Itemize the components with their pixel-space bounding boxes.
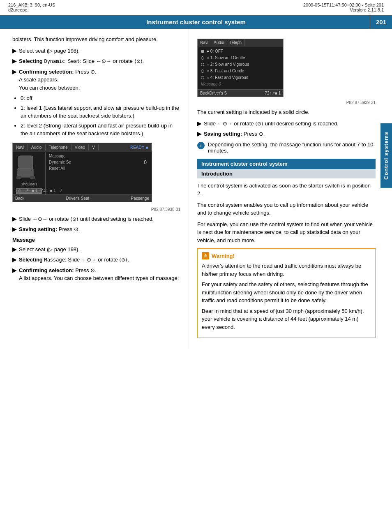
dot-item-1: 1: level 1 (Less lateral support and slo… [21,104,180,120]
option-1-label: ○ 1: Slow and Gentle [207,56,245,60]
temp-2: 72↑ [265,91,271,95]
option-4-label: ○ 4: Fast and Vigorous [207,75,248,80]
intro-para-3: For example, you can use the control sys… [197,220,376,245]
option-3-label: ○ 3: Fast and Gentle [207,69,244,73]
passenger-btn-1: Passenge [131,196,149,201]
bullet-selecting-dynamic-seat: ▶ Selecting Dynamic Seat: Slide ←⊙→ or r… [12,57,180,65]
warning-icon: ⚠ [202,252,209,259]
bullet-arrow-m3: ▶ [12,266,16,282]
saving-text-2: Saving setting: Press ⊙. [204,130,376,138]
bullet-arrow-save1: ▶ [12,225,16,234]
screen-bottom-bar-1: Back Driver's Seat Passenge [13,194,152,202]
intro-para-2: The control system enables you to call u… [197,201,376,217]
nav-v-1: V [89,144,99,150]
warning-para-3: Bear in mind that at a speed of just 30 … [202,307,371,331]
screenshot-dynamic-seat: Navi Audio Telephone Video V READY ■ Sho… [12,143,152,202]
dot-list-levels: 0: off 1: level 1 (Less lateral support … [21,94,180,138]
bullet-slide-2: ▶ Slide ←⊙→ or rotate ⟨⊙⟩ until desired … [197,120,376,128]
bullet-saving-2: ▶ Saving setting: Press ⊙. [197,130,376,138]
header-left-line1: 216_AKB; 3; 90, en-US [8,2,55,7]
screen1-caption: P82.87.3938-31 [12,207,180,212]
option-2-label: ○ 2: Slow and Vigorous [207,62,249,67]
svg-rect-0 [18,156,33,168]
ac-1: AC [41,188,47,193]
dot-item-2: 2: level 2 (Strong lateral support and f… [21,122,180,138]
bullet-arrow-3: ▶ [12,68,16,92]
dropdown-bottom-bar: Back Driver's S 72↑ ↗ ■ 1 [198,89,283,97]
screen-ready: READY ■ [127,144,152,150]
main-content: bolsters. This function improves driving… [0,29,392,349]
bullet-arrow-2: ▶ [12,57,16,65]
option-massage-0: Massage 0 [199,81,281,87]
section-heading-ics: Instrument cluster control system [197,159,376,169]
option-massage-0-label: Massage 0 [201,82,221,86]
mode2-1: ■ 1 [50,188,55,193]
bullet-arrow-slide1: ▶ [12,215,16,223]
select-seat-text: Select seat (▷ page 198). [19,47,180,55]
selecting-dynamic-seat-text: Selecting Dynamic Seat: Slide ←⊙→ or rot… [19,57,180,65]
bullet-select-seat-1: ▶ Select seat (▷ page 198). [12,47,180,55]
header-right-line2: Version: 2.11.8.1 [303,7,384,12]
info-text: Depending on the setting, the massage fu… [208,141,376,154]
current-setting-text: The current setting is indicated by a so… [197,108,376,116]
saving-text-1: Saving setting: Press ⊙. [19,225,180,234]
temp-1: 72↑ [15,188,22,193]
back-btn-1: Back [15,196,24,201]
bullet-confirming-selection-1: ▶ Confirming selection: Press ⊙. A scale… [12,68,180,92]
dot-item-0: 0: off [21,94,180,102]
nav-audio-1: Audio [28,144,46,150]
header-right-line1: 2009-05-15T11:47:50+02:00 - Seite 201 [303,2,384,7]
selecting-massage-text: Selecting Massage: Slide ←⊙→ or rotate ⟨… [19,256,180,264]
option-3: ○ 3: Fast and Gentle [199,68,281,74]
select-seat-massage-text: Select seat (▷ page 198). [19,245,180,254]
confirming-massage-text: Confirming selection: Press ⊙. A list ap… [19,266,180,282]
bullet-selecting-massage: ▶ Selecting Massage: Slide ←⊙→ or rotate… [12,256,180,264]
slide-text-2: Slide ←⊙→ or rotate ⟨⊙⟩ until desired se… [204,120,376,128]
confirming-selection-text-1: Confirming selection: Press ⊙. A scale a… [19,68,180,92]
option-off-label: ● 0: OFF [207,49,223,53]
dynamic-seat-label: Dynamic Se [49,160,148,164]
dropdown-nav: Navi Audio Teleph [198,39,283,46]
warning-title: ⚠ Warning! [202,252,371,259]
left-column: bolsters. This function improves driving… [0,29,189,349]
intro-text: bolsters. This function improves driving… [12,35,180,44]
massage-label: Massage [49,154,148,158]
drivers-seat-btn-1: Driver's Seat [66,196,89,201]
option-dot-off [201,50,204,53]
bullet-arrow-m1: ▶ [12,245,16,254]
option-dot-4 [201,76,204,79]
header-left-line2: d2ureepe, [8,7,55,12]
bullet-arrow-save2: ▶ [197,130,201,138]
seat-icon-1 [14,154,37,180]
nav-navi-1: Navi [13,144,28,150]
bullet-confirming-massage: ▶ Confirming selection: Press ⊙. A list … [12,266,180,282]
bottom-status-1: 72↑ ↗ ■ 1 AC ■ 1 ↗ [15,188,62,193]
bullet-saving-1: ▶ Saving setting: Press ⊙. [12,225,180,234]
nav-teleph-2: Teleph [227,39,244,46]
warning-para-1: A driver's attention to the road and tra… [202,262,371,278]
arrow-1: ↗ [59,188,62,193]
option-dot-1 [201,56,204,60]
bullet-arrow: ▶ [12,47,16,55]
bullet-arrow-slide2: ▶ [197,120,201,128]
slide-text-1: Slide ←⊙→ or rotate ⟨⊙⟩ until desired se… [19,215,180,223]
option-dot-3 [201,69,204,73]
warning-box: ⚠ Warning! A driver's attention to the r… [197,248,376,338]
nav-audio-2: Audio [211,39,227,46]
warning-para-2: For your safety and the safety of others… [202,280,371,305]
option-off: ● 0: OFF [199,48,281,54]
info-box: i Depending on the setting, the massage … [197,141,376,154]
icon-1: ↗ [25,188,28,193]
option-dot-2 [201,63,204,66]
bullet-select-seat-massage: ▶ Select seat (▷ page 198). [12,245,180,254]
svg-rect-1 [18,168,33,177]
info-icon: i [197,142,205,149]
doc-header: 216_AKB; 3; 90, en-US d2ureepe, 2009-05-… [0,0,392,15]
value-0: 0 [144,160,147,165]
option-4: ○ 4: Fast and Vigorous [199,74,281,81]
nav-video-1: Video [71,144,89,150]
icon-2: ↗ [272,91,275,95]
back-btn-2: Back [200,91,209,95]
svg-rect-2 [16,176,21,179]
bullet-arrow-m2: ▶ [12,256,16,264]
